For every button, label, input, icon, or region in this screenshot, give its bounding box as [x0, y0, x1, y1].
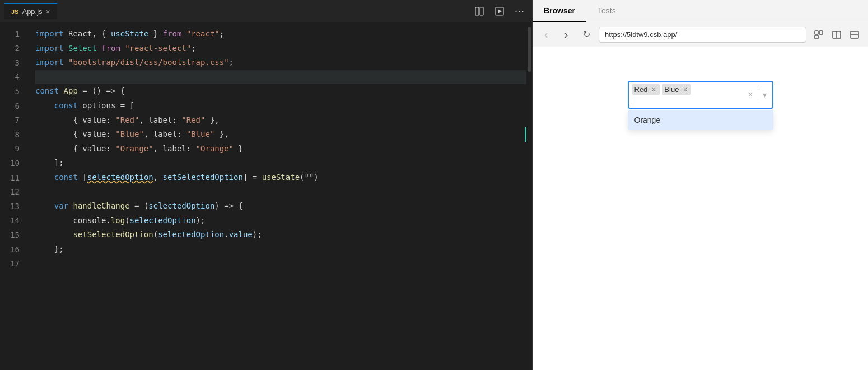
- code-line-13: var handleChange = (selectedOption) => {: [35, 199, 526, 214]
- forward-button[interactable]: ›: [558, 27, 574, 43]
- tab-filename: App.js: [22, 7, 42, 16]
- browser-toolbar: ‹ › ↻: [533, 22, 868, 47]
- code-line-2: import Select from "react-select";: [35, 41, 526, 56]
- select-value-red-label: Red: [634, 85, 648, 94]
- back-button[interactable]: ‹: [538, 27, 554, 43]
- select-value-red: Red ×: [632, 84, 660, 95]
- forward-icon: ›: [564, 28, 568, 41]
- select-option-orange[interactable]: Orange: [628, 110, 773, 130]
- code-line-8: { value: "Blue", label: "Blue" },: [35, 127, 526, 142]
- code-line-5: const App = () => {: [35, 84, 526, 99]
- indicator-separator: [758, 89, 758, 100]
- browser-content: Red × Blue × × ▾ Orange: [533, 47, 868, 370]
- svg-rect-5: [819, 31, 823, 34]
- select-value-blue: Blue ×: [662, 84, 691, 95]
- clear-indicator[interactable]: ×: [745, 87, 755, 102]
- browser-panel: Browser Tests ‹ › ↻: [532, 0, 868, 370]
- svg-rect-6: [815, 35, 818, 39]
- select-menu: Orange: [628, 110, 773, 130]
- browser-tabs: Browser Tests: [533, 0, 868, 22]
- line-numbers: 1 2 3 4 5 6 7 8 9 10 11 12 13 14 15 16 1…: [0, 22, 31, 370]
- browser-tab-label: Browser: [544, 6, 575, 15]
- preview-button[interactable]: [492, 3, 507, 19]
- svg-marker-3: [498, 9, 502, 13]
- tests-tab-label: Tests: [598, 6, 616, 15]
- select-control[interactable]: Red × Blue × × ▾: [628, 81, 773, 109]
- tab-close-button[interactable]: ×: [46, 8, 50, 16]
- code-line-10: ];: [35, 156, 526, 170]
- code-line-17: [35, 257, 526, 271]
- browser-action-button-1[interactable]: [811, 27, 827, 43]
- refresh-icon: ↻: [583, 29, 590, 40]
- code-content: import React, { useState } from "react";…: [31, 22, 526, 370]
- editor-tab-bar: JS App.js × ···: [0, 0, 532, 22]
- browser-action-button-2[interactable]: [829, 27, 844, 43]
- split-editor-button[interactable]: [472, 3, 487, 19]
- svg-rect-1: [480, 7, 483, 15]
- code-area: 1 2 3 4 5 6 7 8 9 10 11 12 13 14 15 16 1…: [0, 22, 532, 370]
- browser-tab-browser[interactable]: Browser: [533, 0, 586, 22]
- editor-tabs: JS App.js ×: [4, 3, 57, 19]
- browser-action-button-3[interactable]: [847, 27, 862, 43]
- select-value-red-remove[interactable]: ×: [650, 86, 657, 94]
- code-line-1: import React, { useState } from "react";: [35, 27, 526, 41]
- js-icon: JS: [11, 8, 18, 15]
- editor-tab-actions: ···: [472, 3, 528, 19]
- back-icon: ‹: [544, 28, 548, 41]
- editor-scrollbar[interactable]: [526, 22, 532, 370]
- code-line-11: const [selectedOption, setSelectedOption…: [35, 170, 526, 185]
- code-line-3: import "bootstrap/dist/css/bootstrap.css…: [35, 55, 526, 70]
- dropdown-indicator[interactable]: ▾: [760, 88, 769, 101]
- code-line-9: { value: "Orange", label: "Orange" }: [35, 142, 526, 156]
- select-indicators: × ▾: [745, 87, 768, 102]
- code-line-4: [35, 70, 526, 85]
- browser-tab-tests[interactable]: Tests: [586, 0, 627, 22]
- code-line-7: { value: "Red", label: "Red" },: [35, 113, 526, 128]
- code-line-16: };: [35, 242, 526, 257]
- refresh-button[interactable]: ↻: [578, 27, 594, 43]
- address-bar[interactable]: [599, 27, 806, 43]
- code-line-12: [35, 185, 526, 200]
- more-options-button[interactable]: ···: [512, 3, 528, 19]
- browser-action-buttons: [811, 27, 862, 43]
- editor-panel: JS App.js × ···: [0, 0, 532, 370]
- code-line-14: console.log(selectedOption);: [35, 214, 526, 228]
- select-value-blue-label: Blue: [664, 85, 679, 94]
- code-line-6: const options = [: [35, 99, 526, 113]
- svg-rect-4: [815, 31, 818, 34]
- code-line-15: setSelectedOption(selectedOption.value);: [35, 228, 526, 242]
- svg-rect-0: [475, 7, 479, 15]
- editor-scrollbar-thumb[interactable]: [528, 27, 531, 72]
- select-value-blue-remove[interactable]: ×: [681, 86, 689, 94]
- select-container: Red × Blue × × ▾ Orange: [628, 81, 773, 109]
- editor-tab-appjs[interactable]: JS App.js ×: [4, 3, 57, 19]
